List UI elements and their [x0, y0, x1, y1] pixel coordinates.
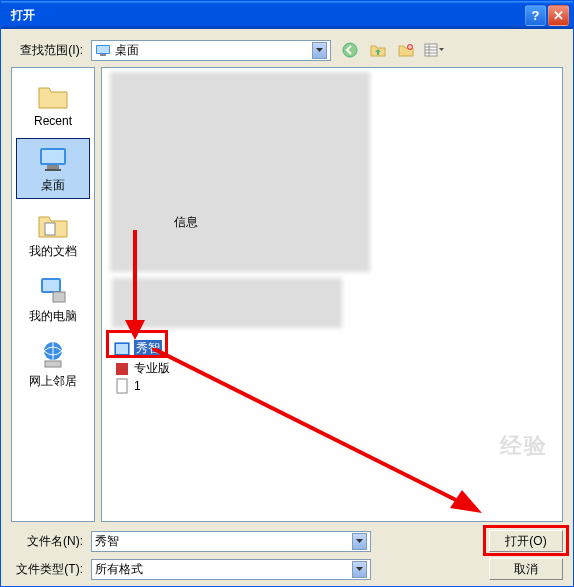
chevron-down-icon[interactable]	[312, 42, 327, 59]
filename-label: 文件名(N):	[11, 533, 91, 550]
svg-rect-12	[43, 280, 59, 291]
window-title: 打开	[5, 7, 523, 24]
annotation-arrow	[152, 348, 482, 518]
filetype-label: 文件类型(T):	[11, 561, 91, 578]
place-desktop[interactable]: 桌面	[16, 138, 90, 199]
cancel-button[interactable]: 取消	[489, 558, 563, 580]
file-item[interactable]: 1	[114, 378, 141, 394]
lookin-combo[interactable]: 桌面	[91, 40, 331, 61]
documents-icon	[37, 209, 69, 241]
filetype-combo[interactable]: 所有格式	[91, 559, 371, 580]
lookin-value: 桌面	[115, 42, 312, 59]
folder-icon	[37, 80, 69, 112]
file-list[interactable]: 信息 秀智 专业版 1 经验	[101, 67, 563, 522]
help-button[interactable]: ?	[525, 5, 546, 26]
annotation-highlight	[106, 330, 168, 358]
svg-rect-15	[45, 361, 61, 367]
file-icon	[114, 378, 130, 394]
blurred-content	[112, 278, 342, 328]
app-icon	[114, 361, 130, 377]
places-bar: Recent 桌面 我的文档 我的电脑 网上邻居	[11, 67, 95, 522]
svg-rect-10	[45, 223, 55, 235]
svg-rect-18	[116, 363, 128, 375]
blurred-content	[110, 72, 370, 272]
views-button[interactable]	[423, 39, 445, 61]
info-label: 信息	[174, 214, 198, 231]
place-mycomputer[interactable]: 我的电脑	[16, 270, 90, 329]
svg-rect-13	[53, 292, 65, 302]
place-network[interactable]: 网上邻居	[16, 335, 90, 394]
network-icon	[37, 339, 69, 371]
close-button[interactable]: ✕	[548, 5, 569, 26]
svg-rect-2	[100, 54, 106, 56]
svg-point-3	[343, 43, 357, 57]
computer-icon	[37, 274, 69, 306]
svg-rect-7	[42, 150, 64, 163]
titlebar: 打开 ? ✕	[1, 1, 573, 29]
svg-rect-19	[117, 379, 127, 393]
lookin-label: 查找范围(I):	[11, 42, 91, 59]
chevron-down-icon[interactable]	[352, 533, 367, 550]
place-recent[interactable]: Recent	[16, 76, 90, 132]
svg-rect-8	[47, 165, 59, 169]
place-mydocs[interactable]: 我的文档	[16, 205, 90, 264]
svg-rect-9	[45, 169, 61, 171]
svg-rect-1	[97, 46, 109, 53]
up-folder-button[interactable]	[367, 39, 389, 61]
watermark: 经验	[500, 431, 548, 461]
back-button[interactable]	[339, 39, 361, 61]
file-item[interactable]: 专业版	[114, 360, 170, 377]
desktop-icon	[37, 143, 69, 175]
new-folder-button[interactable]	[395, 39, 417, 61]
annotation-highlight	[483, 525, 569, 556]
desktop-icon	[95, 42, 111, 58]
filename-input[interactable]: 秀智	[91, 531, 371, 552]
chevron-down-icon[interactable]	[352, 561, 367, 578]
